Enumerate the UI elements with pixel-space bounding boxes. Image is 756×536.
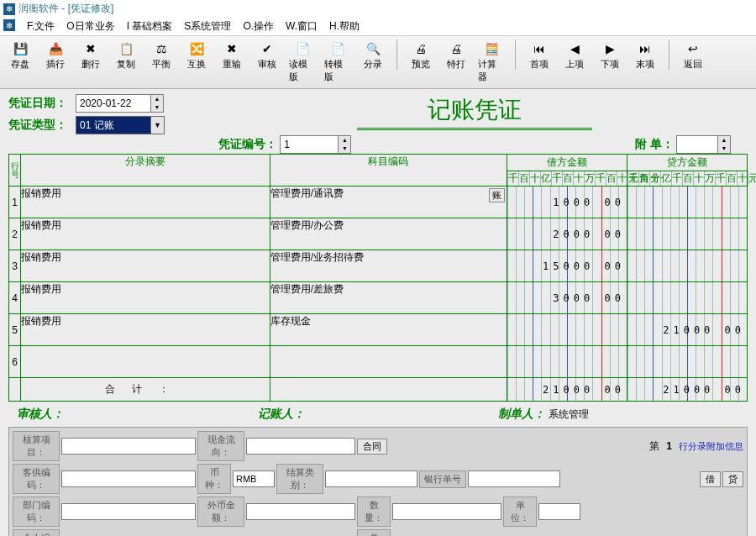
tool-审核[interactable]: ✔审核 [252, 39, 282, 85]
table-row[interactable]: 4报销费用管理费用/差旅费3000 00 [9, 282, 748, 314]
subject-cell[interactable]: 管理费用/差旅费 [270, 282, 507, 314]
tool-label: 重输 [223, 58, 241, 71]
date-label: 凭证日期： [8, 96, 67, 111]
total-debit: 21000 00 [543, 384, 625, 396]
date-up[interactable]: ▲ [151, 95, 163, 103]
tool-重输[interactable]: ✖重输 [217, 39, 247, 85]
credit-button[interactable]: 贷 [722, 471, 743, 487]
proj-label: 核算项目： [13, 431, 60, 461]
tool-icon: ⏭ [637, 41, 654, 56]
debit-cell[interactable] [507, 346, 627, 378]
tool-label: 平衡 [152, 58, 171, 71]
bank-input[interactable] [468, 470, 560, 487]
contract-button[interactable]: 合同 [357, 439, 387, 455]
table-row[interactable]: 6 [9, 346, 748, 378]
tool-特打[interactable]: 🖨特打 [441, 39, 471, 85]
date-input[interactable] [76, 94, 151, 113]
dept-input[interactable] [61, 503, 196, 520]
num-up[interactable]: ▲ [339, 136, 350, 145]
menu-file[interactable]: F.文件 [27, 19, 55, 34]
tool-平衡[interactable]: ⚖平衡 [146, 39, 176, 85]
type-select[interactable]: 01 记账 [76, 116, 151, 134]
cash-input[interactable] [246, 438, 355, 455]
subject-cell[interactable] [270, 346, 507, 378]
menu-daily[interactable]: O日常业务 [66, 19, 114, 34]
extra-info-link[interactable]: 行分录附加信息 [679, 440, 743, 453]
att-up[interactable]: ▲ [718, 136, 730, 145]
doc-title: 记账凭证 [202, 94, 748, 126]
debit-cell[interactable]: 1000 00 [507, 187, 627, 218]
summary-cell[interactable]: 报销费用 [21, 187, 270, 218]
debit-button[interactable]: 借 [700, 471, 721, 487]
row-no: 1 [9, 187, 21, 218]
tool-插行[interactable]: 📥插行 [40, 39, 71, 85]
tool-label: 读模版 [289, 58, 316, 83]
debit-cell[interactable]: 3000 00 [507, 282, 627, 314]
summary-cell[interactable]: 报销费用 [21, 218, 270, 250]
subject-cell[interactable]: 管理费用/办公费 [270, 218, 507, 250]
tool-icon: 🖨 [412, 41, 429, 56]
num-down[interactable]: ▼ [339, 145, 350, 153]
voucher-table: 行号 分录摘要 科目编码 借方金额 贷方金额 千百十亿千百十万千百十元角分 千百… [8, 154, 748, 402]
tool-分录[interactable]: 🔍分录 [358, 39, 388, 85]
credit-cell[interactable] [627, 187, 747, 218]
credit-cell[interactable]: 21000 00 [627, 314, 747, 346]
audit-label: 审核人： [17, 407, 64, 420]
tool-首项[interactable]: ⏮首项 [524, 39, 554, 85]
foreign-input[interactable] [246, 503, 355, 520]
subject-cell[interactable]: 库存现金 [270, 314, 507, 346]
foreign-label: 外币金额： [197, 497, 244, 527]
currency-input[interactable] [233, 470, 275, 487]
tool-转模版[interactable]: 📄转模版 [323, 39, 353, 85]
type-dropdown-icon[interactable]: ▼ [151, 116, 165, 134]
tool-预览[interactable]: 🖨预览 [406, 39, 436, 85]
zhang-button[interactable]: 账 [489, 188, 505, 202]
debit-cell[interactable]: 2000 00 [507, 218, 627, 250]
menu-window[interactable]: W.窗口 [286, 19, 318, 34]
row-no: 3 [9, 250, 21, 282]
number-input[interactable] [280, 135, 339, 154]
unit-input[interactable] [538, 503, 580, 520]
table-row[interactable]: 5报销费用库存现金21000 00 [9, 314, 748, 346]
summary-cell[interactable]: 报销费用 [21, 314, 270, 346]
qty-input[interactable] [392, 503, 501, 520]
debit-cell[interactable]: 15000 00 [507, 250, 627, 282]
number-label: 凭证编号： [218, 137, 277, 150]
menu-sys[interactable]: S系统管理 [184, 19, 231, 34]
menu-op[interactable]: O.操作 [243, 19, 274, 34]
tool-互换[interactable]: 🔀互换 [181, 39, 212, 85]
tool-删行[interactable]: ✖删行 [76, 39, 106, 85]
menu-base[interactable]: I 基础档案 [127, 19, 173, 34]
summary-cell[interactable]: 报销费用 [21, 250, 270, 282]
attach-input[interactable] [676, 135, 718, 154]
subject-cell[interactable]: 管理费用/通讯费账 [270, 187, 507, 218]
table-row[interactable]: 1报销费用管理费用/通讯费账1000 00 [9, 187, 748, 218]
tool-上项[interactable]: ◀上项 [559, 39, 590, 85]
tool-读模版[interactable]: 📄读模版 [287, 39, 318, 85]
debit-cell[interactable] [507, 314, 627, 346]
credit-cell[interactable] [627, 250, 747, 282]
tool-末项[interactable]: ⏭末项 [630, 39, 660, 85]
table-row[interactable]: 3报销费用管理费用/业务招待费15000 00 [9, 250, 748, 282]
vendor-input[interactable] [61, 470, 196, 487]
summary-cell[interactable]: 报销费用 [21, 282, 270, 314]
settle-input[interactable] [325, 470, 417, 487]
tool-存盘[interactable]: 💾存盘 [5, 39, 35, 85]
sign-row: 审核人： 记账人： 制单人： 系统管理 [8, 407, 748, 422]
subject-cell[interactable]: 管理费用/业务招待费 [270, 250, 507, 282]
summary-cell[interactable] [21, 346, 270, 378]
tool-label: 特打 [447, 58, 465, 71]
table-row[interactable]: 2报销费用管理费用/办公费2000 00 [9, 218, 748, 250]
tool-下项[interactable]: ▶下项 [595, 39, 625, 85]
tool-返回[interactable]: ↩返回 [678, 39, 708, 85]
proj-input[interactable] [61, 438, 196, 455]
tool-复制[interactable]: 📋复制 [111, 39, 141, 85]
credit-cell[interactable] [627, 218, 747, 250]
menu-help[interactable]: H.帮助 [329, 19, 360, 34]
credit-cell[interactable] [627, 346, 747, 378]
credit-cell[interactable] [627, 282, 747, 314]
tool-计算器[interactable]: 🧮计算器 [476, 39, 507, 85]
att-down[interactable]: ▼ [718, 145, 730, 153]
tool-icon: 📥 [47, 41, 64, 56]
date-down[interactable]: ▼ [151, 103, 163, 112]
